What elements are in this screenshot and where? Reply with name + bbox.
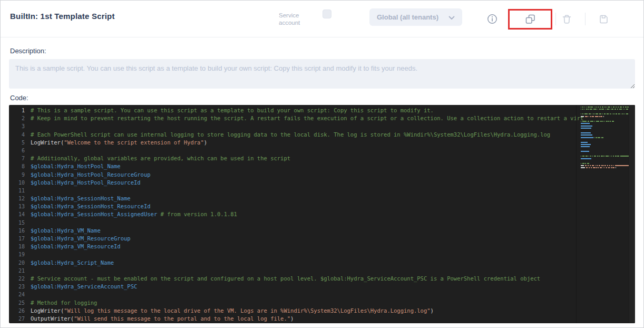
line-number: 3	[9, 122, 25, 130]
line-number: 18	[9, 243, 25, 250]
copy-button[interactable]	[521, 9, 540, 28]
line-number: 22	[9, 275, 25, 283]
service-account-label: Service account	[279, 12, 307, 26]
divider	[555, 13, 556, 25]
line-number: 13	[9, 202, 25, 210]
delete-button[interactable]	[557, 9, 576, 28]
code-line: 18$global:Hydra_VM_ResourceId	[9, 243, 635, 250]
code-line: 25# Method for logging	[9, 299, 635, 307]
line-number: 8	[9, 162, 25, 170]
code-line: 10$global:Hydra_HostPool_ResourceId	[9, 179, 635, 187]
code-line: 19	[9, 250, 635, 258]
code-line: 23$global:Hydra_ServiceAccount_PSC	[9, 283, 635, 291]
line-number: 4	[9, 131, 25, 139]
code-lines: 1# This is a sample script. You can use …	[9, 107, 635, 323]
code-line: 12$global:Hydra_SessionHost_Name	[9, 195, 635, 202]
minimap-content	[577, 105, 629, 170]
code-line: 15	[9, 219, 635, 227]
code-line: 7# Additionally, global variables are pr…	[9, 155, 635, 162]
line-number: 21	[9, 267, 25, 275]
code-line: 5LogWriter("Welcome to the script extens…	[9, 139, 635, 147]
page-title: BuiltIn: 1st Template Script	[10, 12, 115, 21]
line-number: 17	[9, 235, 25, 243]
code-line: 20$global:Hydra_Script_Name	[9, 259, 635, 267]
description-section: Description: This is a sample script. Yo…	[9, 47, 635, 89]
line-number: 12	[9, 195, 25, 202]
line-number: 25	[9, 299, 25, 307]
trash-icon	[562, 14, 572, 24]
chevron-down-icon	[448, 13, 455, 22]
editor-scrollbar[interactable]	[629, 105, 635, 323]
code-line: 27OutputWriter("Will send this message t…	[9, 315, 635, 323]
info-icon	[487, 14, 497, 24]
code-line: 9$global:Hydra_HostPool_ResourceGroup	[9, 171, 635, 179]
code-line: 2# Keep in mind to prevent restarting th…	[9, 114, 635, 122]
service-account-checkbox[interactable]	[323, 9, 331, 18]
tenant-dropdown[interactable]: Global (all tenants)	[369, 8, 462, 26]
line-number: 23	[9, 283, 25, 291]
minimap[interactable]	[576, 105, 629, 323]
divider	[585, 13, 586, 25]
code-line: 11	[9, 187, 635, 195]
save-button[interactable]	[594, 9, 613, 28]
line-number: 5	[9, 139, 25, 147]
line-number: 2	[9, 114, 25, 122]
script-editor-page: BuiltIn: 1st Template Script Service acc…	[0, 0, 644, 328]
description-input[interactable]: This is a sample script. You can use thi…	[9, 59, 635, 89]
code-line: 16$global:Hydra_VM_Name	[9, 227, 635, 235]
line-number: 11	[9, 187, 25, 195]
line-number: 16	[9, 227, 25, 235]
tenant-dropdown-value: Global (all tenants)	[377, 13, 438, 21]
code-editor[interactable]: 1# This is a sample script. You can use …	[9, 105, 635, 323]
line-number: 7	[9, 155, 25, 162]
code-line: 17$global:Hydra_VM_ResourceGroup	[9, 235, 635, 243]
line-number: 10	[9, 179, 25, 187]
code-label: Code:	[9, 94, 635, 102]
info-button[interactable]	[483, 9, 502, 28]
line-number: 15	[9, 219, 25, 227]
code-line: 4# Each PowerShell script can use intern…	[9, 131, 635, 139]
code-line: 14$global:Hydra_SessionHost_AssignedUser…	[9, 210, 635, 218]
line-number: 6	[9, 147, 25, 155]
code-section: Code: 1# This is a sample script. You ca…	[9, 94, 635, 323]
line-number: 26	[9, 307, 25, 315]
code-line: 26LogWriter("Will log this message to th…	[9, 307, 635, 315]
line-number: 9	[9, 171, 25, 179]
code-line: 6	[9, 147, 635, 155]
description-label: Description:	[9, 47, 635, 55]
line-number: 1	[9, 107, 25, 114]
line-number: 24	[9, 291, 25, 298]
code-line: 3	[9, 122, 635, 130]
header-bar: BuiltIn: 1st Template Script Service acc…	[1, 1, 643, 37]
line-number: 19	[9, 250, 25, 258]
code-line: 8$global:Hydra_HostPool_Name	[9, 162, 635, 170]
save-icon	[599, 14, 609, 24]
code-line: 21	[9, 267, 635, 275]
code-line: 24	[9, 291, 635, 298]
copy-icon	[525, 14, 535, 24]
line-number: 27	[9, 315, 25, 323]
line-number: 20	[9, 259, 25, 267]
code-line: 1# This is a sample script. You can use …	[9, 107, 635, 114]
code-line: 22# Service account - must be enabled on…	[9, 275, 635, 283]
code-line: 13$global:Hydra_SessionHost_ResourceId	[9, 202, 635, 210]
line-number: 14	[9, 210, 25, 218]
